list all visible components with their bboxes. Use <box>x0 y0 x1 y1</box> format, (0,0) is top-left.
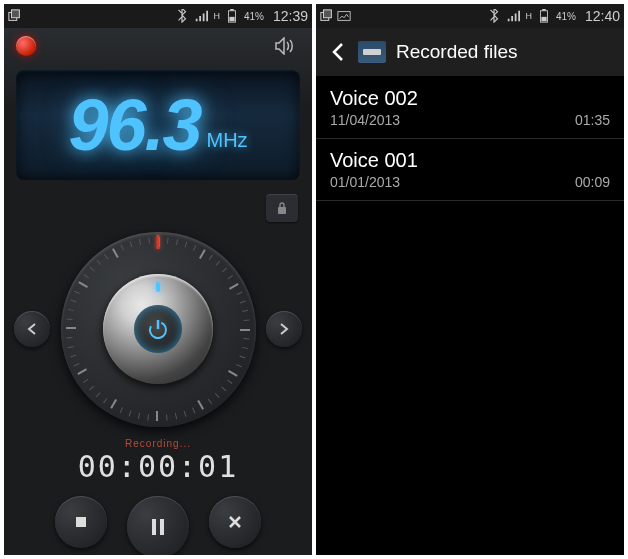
radio-app-icon <box>358 41 386 63</box>
battery-icon <box>225 9 239 23</box>
svg-rect-8 <box>76 517 86 527</box>
gallery-icon <box>337 9 351 23</box>
network-type: H <box>213 11 220 21</box>
battery-icon <box>537 9 551 23</box>
signal-icon <box>506 9 520 23</box>
file-date: 11/04/2013 <box>330 112 418 128</box>
battery-percent: 41% <box>556 11 576 22</box>
screenshot-icon <box>320 9 334 23</box>
bluetooth-icon <box>487 9 501 23</box>
recording-label: Recording... <box>4 438 312 449</box>
svg-rect-9 <box>152 519 156 535</box>
power-icon <box>145 316 171 342</box>
record-indicator-icon <box>16 36 36 56</box>
svg-rect-10 <box>160 519 164 535</box>
svg-rect-4 <box>229 17 234 21</box>
battery-percent: 41% <box>244 11 264 22</box>
prev-station-button[interactable] <box>14 311 50 347</box>
file-duration: 01:35 <box>575 112 610 128</box>
file-name: Voice 001 <box>330 149 418 172</box>
svg-rect-16 <box>541 17 546 21</box>
lock-button[interactable] <box>266 194 298 222</box>
screenshot-icon <box>8 9 22 23</box>
header-bar: Recorded files <box>316 28 624 77</box>
status-bar: H 41% 12:40 <box>316 4 624 28</box>
clock: 12:40 <box>585 8 620 24</box>
dial-marker-icon <box>157 235 160 249</box>
svg-rect-12 <box>324 10 332 18</box>
files-screen: H 41% 12:40 Recorded files Voice 00211/0… <box>316 4 624 555</box>
tuning-dial[interactable] <box>61 232 256 427</box>
back-button[interactable] <box>324 38 352 66</box>
file-name: Voice 002 <box>330 87 418 110</box>
frequency-unit: MHz <box>207 129 248 152</box>
speaker-button[interactable] <box>270 35 300 57</box>
frequency-display: 96.3 MHz <box>16 70 300 180</box>
power-knob[interactable] <box>103 274 213 384</box>
network-type: H <box>525 11 532 21</box>
frequency-value: 96.3 <box>68 84 200 166</box>
file-duration: 00:09 <box>575 174 610 190</box>
next-station-button[interactable] <box>266 311 302 347</box>
svg-rect-3 <box>230 9 234 11</box>
svg-rect-15 <box>542 9 546 11</box>
signal-icon <box>194 9 208 23</box>
cancel-button[interactable] <box>209 496 261 548</box>
clock: 12:39 <box>273 8 308 24</box>
file-date: 01/01/2013 <box>330 174 418 190</box>
svg-rect-1 <box>12 10 20 18</box>
svg-rect-5 <box>278 207 286 214</box>
pause-button[interactable] <box>127 496 189 555</box>
page-title: Recorded files <box>396 41 517 63</box>
radio-screen: H 41% 12:39 96.3 MHz <box>4 4 312 555</box>
file-item[interactable]: Voice 00211/04/201301:35 <box>316 77 624 139</box>
bluetooth-icon <box>175 9 189 23</box>
file-item[interactable]: Voice 00101/01/201300:09 <box>316 139 624 201</box>
status-bar: H 41% 12:39 <box>4 4 312 28</box>
recording-timer: 00:00:01 <box>4 449 312 484</box>
stop-button[interactable] <box>55 496 107 548</box>
